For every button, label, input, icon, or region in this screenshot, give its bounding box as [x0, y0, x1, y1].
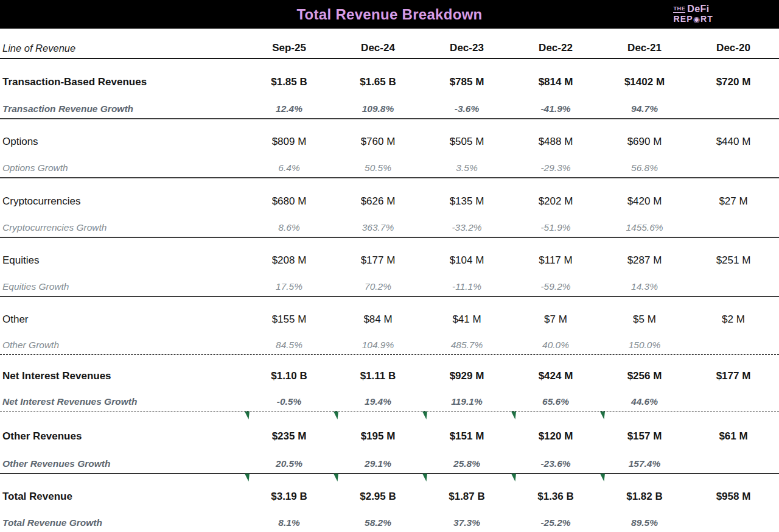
value-cell: $488 M — [511, 136, 600, 148]
value-cell: $1402 M — [600, 76, 689, 88]
logo-rep-text: REP — [673, 14, 693, 24]
value-cell: $202 M — [511, 195, 600, 208]
table-row: Total Revenue $3.19 B $2.95 B $1.87 B $1… — [0, 474, 779, 507]
section-equities: Equities $208 M $177 M $104 M $117 M $28… — [0, 238, 779, 297]
value-cell: $287 M — [600, 254, 689, 267]
logo-rt-text: RT — [700, 14, 713, 24]
section-net-interest-revenues: Net Interest Revenues $1.10 B $1.11 B $9… — [0, 355, 779, 411]
value-cell: $177 M — [689, 370, 778, 382]
growth-cell: 25.8% — [422, 458, 511, 469]
column-header-period: Sep-25 — [245, 42, 334, 54]
bullseye-icon: ◉ — [693, 15, 700, 24]
growth-cell: 104.9% — [334, 340, 422, 351]
value-cell: $1.87 B — [422, 491, 511, 503]
value-cell: $1.36 B — [511, 491, 600, 503]
section-options: Options $809 M $760 M $505 M $488 M $690… — [0, 119, 779, 178]
value-cell: $157 M — [600, 430, 689, 443]
growth-cell: 6.4% — [245, 163, 334, 173]
row-label: Options — [0, 136, 245, 148]
table-row-growth: Other Growth 84.5% 104.9% 485.7% 40.0% 1… — [0, 330, 779, 354]
value-cell: $680 M — [245, 195, 334, 208]
growth-row-label: Total Revenue Growth — [0, 517, 245, 528]
logo-defi-text: DeFi — [687, 4, 709, 14]
logo-line-1: THE DeFi — [673, 4, 713, 14]
flag-icon — [511, 474, 516, 481]
growth-cell: 40.0% — [511, 340, 600, 351]
logo-line-2: REP◉RT — [673, 15, 713, 24]
value-cell: $1.85 B — [245, 76, 334, 88]
growth-cell: 8.6% — [245, 222, 334, 233]
growth-cell: 94.7% — [600, 103, 689, 114]
value-cell: $809 M — [245, 136, 334, 148]
growth-cell: 50.5% — [334, 163, 422, 173]
growth-cell: 56.8% — [600, 163, 689, 173]
growth-cell: 29.1% — [334, 458, 422, 469]
growth-cell: -59.2% — [511, 281, 600, 292]
growth-cell: 150.0% — [600, 340, 689, 351]
flag-icon — [334, 411, 338, 419]
value-cell: $1.65 B — [334, 76, 422, 88]
section-transaction-based-revenues: Transaction-Based Revenues $1.85 B $1.65… — [0, 59, 779, 119]
value-cell: $104 M — [422, 254, 511, 267]
table-row: Options $809 M $760 M $505 M $488 M $690… — [0, 119, 779, 152]
growth-cell: 12.4% — [245, 103, 334, 114]
table-row: Other Revenues $235 M $195 M $151 M $120… — [0, 411, 779, 447]
growth-row-label: Options Growth — [0, 163, 245, 173]
column-header-period: Dec-21 — [600, 42, 689, 54]
value-cell: $177 M — [334, 254, 422, 267]
value-cell: $814 M — [511, 76, 600, 88]
growth-cell: -0.5% — [245, 396, 334, 407]
table-row-growth: Cryptocurrencies Growth 8.6% 363.7% -33.… — [0, 212, 779, 237]
value-cell: $505 M — [422, 136, 511, 148]
flag-icon — [511, 411, 516, 419]
value-cell: $256 M — [600, 370, 689, 382]
title-banner: Total Revenue Breakdown THE DeFi REP◉RT — [0, 0, 779, 29]
growth-cell: 1455.6% — [600, 222, 689, 233]
growth-cell: -29.3% — [511, 163, 600, 173]
growth-cell: -3.6% — [422, 103, 511, 114]
table-row: Transaction-Based Revenues $1.85 B $1.65… — [0, 59, 779, 93]
table-row-growth: Options Growth 6.4% 50.5% 3.5% -29.3% 56… — [0, 152, 779, 177]
growth-cell: 58.2% — [334, 517, 422, 528]
value-cell: $440 M — [689, 136, 778, 148]
value-cell: $1.10 B — [245, 370, 334, 382]
column-header-row: Line of Revenue Sep-25 Dec-24 Dec-23 Dec… — [0, 29, 779, 59]
value-cell: $27 M — [689, 195, 778, 208]
growth-cell: 70.2% — [334, 281, 422, 292]
table-row: Cryptocurrencies $680 M $626 M $135 M $2… — [0, 178, 779, 212]
row-label: Other — [0, 313, 245, 326]
growth-cell: -33.2% — [422, 222, 511, 233]
growth-cell: 119.1% — [422, 396, 511, 407]
table-row: Net Interest Revenues $1.10 B $1.11 B $9… — [0, 355, 779, 387]
flag-icon — [245, 411, 250, 419]
column-header-period: Dec-20 — [689, 42, 778, 54]
row-label: Cryptocurrencies — [0, 195, 245, 208]
growth-cell: -23.6% — [511, 458, 600, 469]
value-cell: $929 M — [422, 370, 511, 382]
row-label: Transaction-Based Revenues — [0, 76, 245, 88]
flag-icon — [245, 474, 250, 481]
column-header-period: Dec-23 — [422, 42, 511, 54]
value-cell: $424 M — [511, 370, 600, 382]
growth-cell: 19.4% — [334, 396, 422, 407]
growth-row-label: Equities Growth — [0, 281, 245, 292]
value-cell: $2.95 B — [334, 491, 422, 503]
value-cell: $760 M — [334, 136, 422, 148]
section-other-revenues: Other Revenues $235 M $195 M $151 M $120… — [0, 411, 779, 474]
report-page: Total Revenue Breakdown THE DeFi REP◉RT … — [0, 0, 779, 532]
table-row: Other $155 M $84 M $41 M $7 M $5 M $2 M — [0, 297, 779, 330]
flag-icon — [600, 411, 605, 419]
growth-cell: 3.5% — [422, 163, 511, 173]
value-cell: $117 M — [511, 254, 600, 267]
growth-cell: 485.7% — [422, 340, 511, 351]
value-cell: $690 M — [600, 136, 689, 148]
defi-report-logo: THE DeFi REP◉RT — [673, 4, 713, 24]
value-cell: $41 M — [422, 313, 511, 326]
growth-cell: -25.2% — [511, 517, 600, 528]
growth-row-label: Transaction Revenue Growth — [0, 103, 245, 114]
table-row-growth: Total Revenue Growth 8.1% 58.2% 37.3% -2… — [0, 507, 779, 532]
flag-icon — [334, 474, 338, 481]
value-cell: $84 M — [334, 313, 422, 326]
column-header-line-of-revenue: Line of Revenue — [0, 43, 245, 54]
value-cell: $3.19 B — [245, 491, 334, 503]
